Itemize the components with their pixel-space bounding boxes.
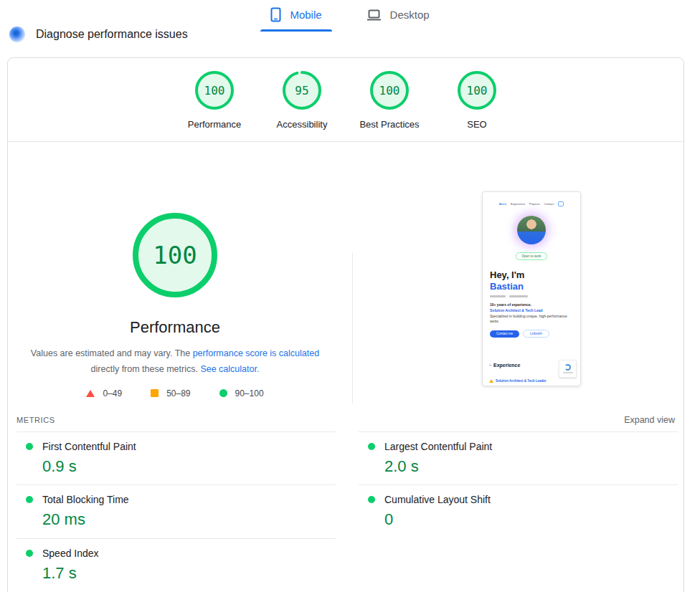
- tab-desktop-label: Desktop: [390, 9, 430, 21]
- metric-name: Largest Contentful Paint: [384, 441, 492, 452]
- category-score-accessibility[interactable]: 95 Accessibility: [270, 70, 334, 141]
- page-screenshot-thumbnail[interactable]: About Experience Projects Contact Open t…: [483, 192, 580, 386]
- thumb-role-line: Solution Architect & Tech Lead: [490, 308, 543, 312]
- chat-bubble-icon: [558, 201, 564, 206]
- metric-largest-contentful-paint: Largest Contentful Paint 2.0 s: [359, 431, 678, 484]
- performance-score-value: 100: [132, 212, 218, 298]
- tab-mobile-label: Mobile: [290, 9, 321, 21]
- metric-name: Total Blocking Time: [42, 494, 129, 505]
- warning-triangle-icon: [489, 379, 493, 383]
- mobile-phone-icon: [270, 7, 281, 22]
- metric-value: 0: [384, 510, 678, 529]
- thumb-nav-item: About: [499, 202, 506, 206]
- category-score-performance[interactable]: 100 Performance: [182, 70, 247, 141]
- meta-placeholder-bar: [509, 295, 528, 297]
- score-value: 95: [282, 70, 322, 110]
- thumb-section-title: Experience: [493, 363, 520, 368]
- metrics-left-column: First Contentful Paint 0.9 s Total Block…: [16, 431, 336, 591]
- thumb-experience-heading: Experience: [489, 363, 520, 368]
- performance-gauge-block: 100 Performance Values are estimated and…: [21, 212, 329, 398]
- tab-mobile[interactable]: Mobile: [257, 0, 334, 32]
- recaptcha-icon: [564, 364, 571, 371]
- disclaimer-text: directly from these metrics.: [91, 364, 201, 374]
- score-calculation-link[interactable]: performance score is calculated: [193, 348, 319, 358]
- legend-range: 90–100: [235, 388, 264, 398]
- score-legend: 0–49 50–89 90–100: [21, 388, 329, 398]
- thumb-buttons: Contact me LinkedIn: [490, 330, 580, 338]
- metric-pass-dot-icon: [368, 496, 375, 503]
- legend-item-average: 50–89: [151, 388, 190, 398]
- metric-name: First Contentful Paint: [42, 441, 136, 452]
- metric-name: Cumulative Layout Shift: [384, 494, 491, 505]
- recaptcha-terms-bar: [563, 372, 573, 373]
- thumb-greeting: Hey, I'm: [490, 269, 580, 280]
- thumb-nav-item: Projects: [529, 202, 539, 206]
- tab-desktop[interactable]: Desktop: [354, 0, 443, 32]
- score-label: SEO: [467, 119, 486, 130]
- thumb-contact-button: Contact me: [490, 330, 519, 338]
- category-scores-row: 100 Performance 95 Accessibility 100: [8, 58, 684, 142]
- legend-item-fail: 0–49: [86, 388, 122, 398]
- metric-speed-index: Speed Index 1.7 s: [16, 538, 336, 591]
- meta-placeholder-bar: [490, 295, 506, 297]
- metric-value: 1.7 s: [42, 564, 336, 583]
- score-disclaimer: Values are estimated and may vary. The p…: [23, 346, 327, 378]
- metric-value: 0.9 s: [42, 457, 336, 476]
- category-score-seo[interactable]: 100 SEO: [445, 70, 509, 141]
- see-calculator-link[interactable]: See calculator.: [200, 364, 259, 374]
- score-label: Performance: [188, 119, 241, 130]
- score-label: Best Practices: [359, 119, 419, 130]
- thumb-footer-link: Solution Architect & Tech Leader: [489, 379, 547, 383]
- disclaimer-text: Values are estimated and may vary. The: [31, 348, 193, 358]
- metric-pass-dot-icon: [368, 443, 375, 450]
- fail-triangle-icon: [86, 390, 95, 397]
- thumb-linkedin-button: LinkedIn: [523, 330, 549, 338]
- expand-view-button[interactable]: Expand view: [624, 415, 675, 425]
- score-value: 100: [457, 70, 497, 110]
- metrics-right-column: Largest Contentful Paint 2.0 s Cumulativ…: [359, 431, 678, 538]
- metrics-section-label: METRICS: [16, 416, 55, 424]
- column-divider: [352, 253, 353, 404]
- metric-pass-dot-icon: [26, 443, 33, 450]
- legend-range: 0–49: [103, 388, 122, 398]
- recaptcha-badge: [559, 360, 577, 378]
- page-title: Diagnose performance issues: [36, 28, 188, 41]
- score-value: 100: [194, 70, 235, 110]
- score-value: 100: [369, 70, 410, 110]
- thumb-intro-text: 10+ years of experience. Solution Archit…: [490, 302, 573, 325]
- thumb-nav: About Experience Projects Contact: [483, 201, 580, 206]
- thumb-avatar: [517, 216, 546, 244]
- average-square-icon: [151, 389, 159, 397]
- metric-value: 20 ms: [42, 510, 336, 529]
- legend-item-pass: 90–100: [219, 388, 264, 398]
- metric-value: 2.0 s: [384, 457, 678, 476]
- metric-first-contentful-paint: First Contentful Paint 0.9 s: [16, 431, 336, 484]
- thumb-meta: [490, 295, 580, 297]
- list-marker: [489, 365, 491, 366]
- insights-glow-icon: [9, 27, 25, 42]
- open-to-work-badge: Open to work: [516, 252, 548, 260]
- legend-range: 50–89: [166, 388, 190, 398]
- thumb-footer-text: Solution Architect & Tech Leader: [496, 379, 547, 383]
- metrics-header: METRICS Expand view: [16, 415, 675, 425]
- score-label: Accessibility: [277, 119, 328, 130]
- thumb-nav-item: Contact: [544, 202, 554, 206]
- thumb-experience-line: 10+ years of experience.: [490, 302, 531, 307]
- metric-pass-dot-icon: [26, 550, 33, 557]
- thumb-description: Specialized in building unique, high-per…: [490, 314, 567, 324]
- thumb-name: Bastian: [490, 281, 580, 292]
- desktop-laptop-icon: [366, 9, 382, 22]
- category-score-best-practices[interactable]: 100 Best Practices: [357, 70, 422, 141]
- metric-cumulative-layout-shift: Cumulative Layout Shift 0: [359, 484, 678, 538]
- thumb-nav-item: Experience: [511, 202, 525, 206]
- metrics-grid: First Contentful Paint 0.9 s Total Block…: [16, 431, 678, 591]
- metric-name: Speed Index: [42, 548, 99, 559]
- pass-circle-icon: [219, 389, 227, 397]
- performance-title: Performance: [21, 318, 329, 337]
- metric-pass-dot-icon: [26, 496, 33, 503]
- diagnose-header: Diagnose performance issues: [9, 27, 188, 42]
- metric-total-blocking-time: Total Blocking Time 20 ms: [16, 484, 336, 538]
- performance-gauge: 100: [132, 212, 218, 298]
- lighthouse-report-card: 100 Performance 95 Accessibility 100: [7, 57, 684, 592]
